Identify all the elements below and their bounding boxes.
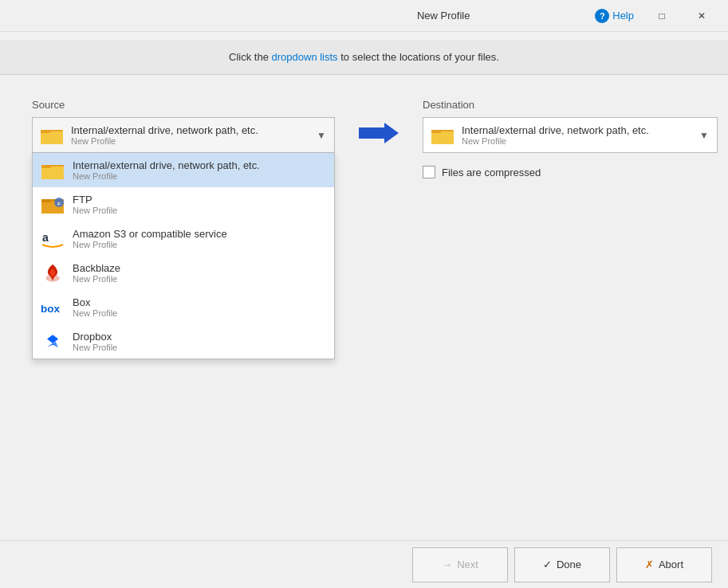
source-main-text: Internal/external drive, network path, e… (71, 124, 317, 136)
instruction-bar: Click the dropdown lists to select the l… (0, 40, 728, 75)
source-sub-text: New Profile (71, 136, 317, 146)
window-title: New Profile (298, 10, 588, 22)
svg-rect-5 (41, 165, 51, 168)
dropbox-icon-container (41, 331, 65, 352)
done-label: Done (557, 559, 581, 570)
source-selected-text: Internal/external drive, network path, e… (71, 124, 317, 146)
source-folder-icon (41, 127, 63, 144)
main-content: Click the dropdown lists to select the l… (0, 32, 728, 588)
bottom-bar: → Next ✓ Done ✗ Abort (0, 540, 728, 588)
close-button[interactable]: ✕ (683, 4, 720, 28)
box-sub: New Profile (73, 308, 326, 318)
title-bar-controls: ? Help □ ✕ (588, 4, 720, 28)
source-dropdown-list: Internal/external drive, network path, e… (32, 153, 335, 359)
amazon-sub: New Profile (73, 240, 326, 249)
source-label: Source (32, 99, 335, 111)
ftp-sub: New Profile (73, 206, 326, 215)
abort-x-icon: ✗ (645, 559, 654, 570)
backblaze-main: Backblaze (73, 262, 326, 274)
source-chevron-icon: ▼ (317, 130, 326, 141)
source-dropdown-container: Internal/external drive, network path, e… (32, 117, 335, 153)
ftp-main: FTP (73, 194, 326, 206)
svg-rect-18 (431, 131, 454, 144)
drive-main: Internal/external drive, network path, e… (73, 159, 326, 171)
dropbox-text-group: Dropbox New Profile (73, 331, 326, 352)
files-compressed-checkbox[interactable] (423, 166, 435, 178)
dest-sub-text: New Profile (462, 136, 699, 146)
dest-chevron-icon: ▼ (699, 130, 709, 141)
backblaze-sub: New Profile (73, 274, 326, 284)
destination-section: Destination Internal/external drive, net… (423, 99, 718, 178)
dropdown-item-box[interactable]: box Box New Profile (33, 290, 334, 324)
next-button[interactable]: → Next (412, 547, 508, 582)
amazon-text-group: Amazon S3 or compatible service New Prof… (73, 228, 326, 249)
done-button[interactable]: ✓ Done (514, 547, 610, 582)
amazon-icon-container: a (41, 229, 65, 249)
dropdown-item-drive[interactable]: Internal/external drive, network path, e… (33, 153, 334, 187)
svg-rect-1 (41, 131, 63, 144)
svg-rect-8 (41, 199, 51, 202)
dropdown-item-ftp[interactable]: F FTP New Profile (33, 187, 334, 221)
help-button[interactable]: ? Help (588, 6, 640, 26)
files-compressed-row: Files are compressed (423, 166, 718, 178)
backblaze-icon-container (41, 263, 65, 284)
instruction-highlight: dropdown lists (272, 51, 338, 63)
dropbox-main: Dropbox (73, 331, 326, 343)
instruction-text-after: to select the locations of your files. (338, 51, 499, 63)
title-bar: New Profile ? Help □ ✕ (0, 0, 728, 32)
ftp-text-group: FTP New Profile (73, 194, 326, 215)
dest-selected-text: Internal/external drive, network path, e… (462, 124, 699, 146)
files-compressed-label: Files are compressed (442, 167, 541, 178)
help-label: Help (612, 10, 634, 22)
destination-label: Destination (423, 99, 718, 111)
destination-dropdown[interactable]: Internal/external drive, network path, e… (423, 117, 718, 153)
box-main: Box (73, 296, 326, 308)
svg-rect-2 (41, 130, 50, 133)
source-to-dest-arrow (359, 121, 399, 145)
next-arrow-icon: → (442, 559, 452, 570)
done-check-icon: ✓ (543, 559, 552, 570)
dropbox-sub: New Profile (73, 343, 326, 352)
dropdown-item-backblaze[interactable]: Backblaze New Profile (33, 256, 334, 290)
svg-text:box: box (41, 303, 60, 315)
drive-sub: New Profile (73, 171, 326, 181)
content-area: Source Internal/external drive, network … (0, 75, 728, 540)
drive-text-group: Internal/external drive, network path, e… (73, 159, 326, 181)
dest-main-text: Internal/external drive, network path, e… (462, 124, 699, 136)
dest-folder-icon (431, 127, 454, 144)
instruction-text-before: Click the (229, 51, 271, 63)
svg-rect-4 (41, 167, 64, 179)
dropdown-item-amazon[interactable]: a Amazon S3 or compatible service New Pr… (33, 221, 334, 256)
source-section: Source Internal/external drive, network … (32, 99, 335, 153)
amazon-main: Amazon S3 or compatible service (73, 228, 326, 240)
arrow-section (335, 121, 423, 145)
help-icon: ? (595, 9, 609, 23)
dropdown-item-dropbox[interactable]: Dropbox New Profile (33, 324, 334, 359)
svg-marker-16 (359, 123, 399, 143)
next-label: Next (457, 559, 478, 570)
svg-rect-19 (431, 130, 441, 133)
svg-text:F: F (57, 202, 61, 206)
drive-icon (41, 160, 65, 181)
box-text-group: Box New Profile (73, 296, 326, 318)
backblaze-text-group: Backblaze New Profile (73, 262, 326, 284)
ftp-icon: F (41, 194, 65, 215)
source-dropdown[interactable]: Internal/external drive, network path, e… (32, 117, 335, 153)
abort-label: Abort (659, 559, 683, 570)
abort-button[interactable]: ✗ Abort (616, 547, 712, 582)
box-icon-container: box (41, 297, 65, 318)
svg-text:a: a (42, 231, 49, 244)
minimize-button[interactable]: □ (643, 4, 680, 28)
